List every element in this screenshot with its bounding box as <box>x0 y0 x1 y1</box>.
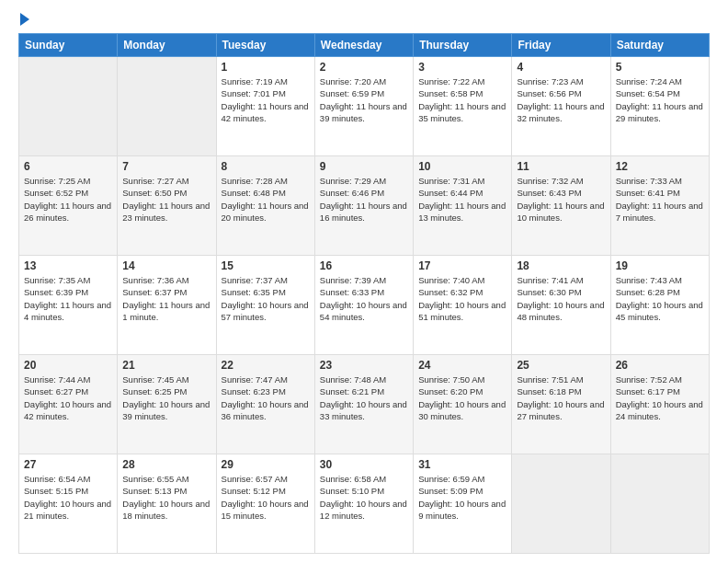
day-info: Sunrise: 7:33 AM Sunset: 6:41 PM Dayligh… <box>616 175 704 224</box>
day-number: 1 <box>222 61 310 74</box>
day-info: Sunrise: 7:31 AM Sunset: 6:44 PM Dayligh… <box>418 175 506 224</box>
day-number: 5 <box>616 61 704 74</box>
day-number: 9 <box>320 160 408 173</box>
day-info: Sunrise: 7:44 AM Sunset: 6:27 PM Dayligh… <box>24 373 112 422</box>
col-header-sunday: Sunday <box>19 34 118 57</box>
calendar-table: SundayMondayTuesdayWednesdayThursdayFrid… <box>18 33 710 554</box>
day-number: 28 <box>122 458 210 471</box>
day-info: Sunrise: 6:59 AM Sunset: 5:09 PM Dayligh… <box>418 473 506 522</box>
day-number: 13 <box>24 259 112 272</box>
calendar-cell: 8Sunrise: 7:28 AM Sunset: 6:48 PM Daylig… <box>216 156 314 256</box>
day-number: 12 <box>616 160 704 173</box>
col-header-thursday: Thursday <box>414 34 512 57</box>
day-number: 27 <box>24 458 112 471</box>
calendar-cell: 28Sunrise: 6:55 AM Sunset: 5:13 PM Dayli… <box>118 454 216 554</box>
day-number: 21 <box>122 359 210 372</box>
day-info: Sunrise: 7:45 AM Sunset: 6:25 PM Dayligh… <box>122 373 210 422</box>
week-row-2: 13Sunrise: 7:35 AM Sunset: 6:39 PM Dayli… <box>19 256 710 355</box>
calendar-cell: 10Sunrise: 7:31 AM Sunset: 6:44 PM Dayli… <box>414 156 512 256</box>
calendar-cell: 22Sunrise: 7:47 AM Sunset: 6:23 PM Dayli… <box>216 355 314 454</box>
day-number: 25 <box>517 359 605 372</box>
day-number: 19 <box>616 259 704 272</box>
week-row-3: 20Sunrise: 7:44 AM Sunset: 6:27 PM Dayli… <box>19 355 710 454</box>
calendar-cell: 13Sunrise: 7:35 AM Sunset: 6:39 PM Dayli… <box>19 256 118 355</box>
calendar-cell: 17Sunrise: 7:40 AM Sunset: 6:32 PM Dayli… <box>414 256 512 355</box>
logo-arrow-icon <box>20 13 29 26</box>
day-info: Sunrise: 6:57 AM Sunset: 5:12 PM Dayligh… <box>222 473 310 522</box>
day-info: Sunrise: 6:55 AM Sunset: 5:13 PM Dayligh… <box>122 473 210 522</box>
day-number: 26 <box>616 359 704 372</box>
calendar-cell: 26Sunrise: 7:52 AM Sunset: 6:17 PM Dayli… <box>610 355 709 454</box>
day-info: Sunrise: 7:48 AM Sunset: 6:21 PM Dayligh… <box>320 373 408 422</box>
day-info: Sunrise: 7:32 AM Sunset: 6:43 PM Dayligh… <box>517 175 605 224</box>
calendar-cell: 19Sunrise: 7:43 AM Sunset: 6:28 PM Dayli… <box>610 256 709 355</box>
day-number: 8 <box>222 160 310 173</box>
col-header-wednesday: Wednesday <box>314 34 413 57</box>
calendar-cell: 12Sunrise: 7:33 AM Sunset: 6:41 PM Dayli… <box>610 156 709 256</box>
calendar-cell <box>610 454 709 554</box>
day-number: 24 <box>418 359 506 372</box>
day-number: 6 <box>24 160 112 173</box>
day-info: Sunrise: 7:27 AM Sunset: 6:50 PM Dayligh… <box>122 175 210 224</box>
calendar-cell: 14Sunrise: 7:36 AM Sunset: 6:37 PM Dayli… <box>118 256 216 355</box>
day-number: 30 <box>320 458 408 471</box>
col-header-monday: Monday <box>118 34 216 57</box>
page: SundayMondayTuesdayWednesdayThursdayFrid… <box>0 0 728 563</box>
day-info: Sunrise: 7:43 AM Sunset: 6:28 PM Dayligh… <box>616 274 704 323</box>
calendar-cell: 2Sunrise: 7:20 AM Sunset: 6:59 PM Daylig… <box>314 57 413 156</box>
day-number: 15 <box>222 259 310 272</box>
calendar-cell <box>19 57 118 156</box>
day-info: Sunrise: 7:20 AM Sunset: 6:59 PM Dayligh… <box>320 75 408 124</box>
day-info: Sunrise: 7:29 AM Sunset: 6:46 PM Dayligh… <box>320 175 408 224</box>
day-number: 10 <box>418 160 506 173</box>
calendar-cell: 15Sunrise: 7:37 AM Sunset: 6:35 PM Dayli… <box>216 256 314 355</box>
week-row-4: 27Sunrise: 6:54 AM Sunset: 5:15 PM Dayli… <box>19 454 710 554</box>
calendar-cell: 3Sunrise: 7:22 AM Sunset: 6:58 PM Daylig… <box>414 57 512 156</box>
calendar-cell <box>512 454 610 554</box>
day-info: Sunrise: 7:24 AM Sunset: 6:54 PM Dayligh… <box>616 75 704 124</box>
calendar-cell: 27Sunrise: 6:54 AM Sunset: 5:15 PM Dayli… <box>19 454 118 554</box>
header <box>18 15 710 26</box>
day-info: Sunrise: 6:54 AM Sunset: 5:15 PM Dayligh… <box>24 473 112 522</box>
day-info: Sunrise: 7:40 AM Sunset: 6:32 PM Dayligh… <box>418 274 506 323</box>
day-number: 16 <box>320 259 408 272</box>
day-number: 3 <box>418 61 506 74</box>
day-number: 17 <box>418 259 506 272</box>
day-info: Sunrise: 7:23 AM Sunset: 6:56 PM Dayligh… <box>517 75 605 124</box>
day-info: Sunrise: 7:35 AM Sunset: 6:39 PM Dayligh… <box>24 274 112 323</box>
day-info: Sunrise: 7:22 AM Sunset: 6:58 PM Dayligh… <box>418 75 506 124</box>
calendar-cell: 11Sunrise: 7:32 AM Sunset: 6:43 PM Dayli… <box>512 156 610 256</box>
calendar-cell: 31Sunrise: 6:59 AM Sunset: 5:09 PM Dayli… <box>414 454 512 554</box>
day-number: 7 <box>122 160 210 173</box>
day-info: Sunrise: 7:47 AM Sunset: 6:23 PM Dayligh… <box>222 373 310 422</box>
day-number: 11 <box>517 160 605 173</box>
calendar-cell: 30Sunrise: 6:58 AM Sunset: 5:10 PM Dayli… <box>314 454 413 554</box>
calendar-cell: 29Sunrise: 6:57 AM Sunset: 5:12 PM Dayli… <box>216 454 314 554</box>
calendar-cell: 4Sunrise: 7:23 AM Sunset: 6:56 PM Daylig… <box>512 57 610 156</box>
week-row-1: 6Sunrise: 7:25 AM Sunset: 6:52 PM Daylig… <box>19 156 710 256</box>
calendar-cell: 25Sunrise: 7:51 AM Sunset: 6:18 PM Dayli… <box>512 355 610 454</box>
calendar-cell <box>118 57 216 156</box>
day-info: Sunrise: 7:39 AM Sunset: 6:33 PM Dayligh… <box>320 274 408 323</box>
calendar-cell: 9Sunrise: 7:29 AM Sunset: 6:46 PM Daylig… <box>314 156 413 256</box>
calendar-cell: 16Sunrise: 7:39 AM Sunset: 6:33 PM Dayli… <box>314 256 413 355</box>
day-info: Sunrise: 7:37 AM Sunset: 6:35 PM Dayligh… <box>222 274 310 323</box>
calendar-cell: 24Sunrise: 7:50 AM Sunset: 6:20 PM Dayli… <box>414 355 512 454</box>
calendar-cell: 7Sunrise: 7:27 AM Sunset: 6:50 PM Daylig… <box>118 156 216 256</box>
calendar-cell: 1Sunrise: 7:19 AM Sunset: 7:01 PM Daylig… <box>216 57 314 156</box>
day-info: Sunrise: 7:28 AM Sunset: 6:48 PM Dayligh… <box>222 175 310 224</box>
day-number: 22 <box>222 359 310 372</box>
day-number: 31 <box>418 458 506 471</box>
week-row-0: 1Sunrise: 7:19 AM Sunset: 7:01 PM Daylig… <box>19 57 710 156</box>
day-number: 18 <box>517 259 605 272</box>
col-header-tuesday: Tuesday <box>216 34 314 57</box>
calendar-cell: 20Sunrise: 7:44 AM Sunset: 6:27 PM Dayli… <box>19 355 118 454</box>
day-number: 4 <box>517 61 605 74</box>
day-number: 14 <box>122 259 210 272</box>
col-header-saturday: Saturday <box>610 34 709 57</box>
day-info: Sunrise: 7:51 AM Sunset: 6:18 PM Dayligh… <box>517 373 605 422</box>
calendar-cell: 5Sunrise: 7:24 AM Sunset: 6:54 PM Daylig… <box>610 57 709 156</box>
day-info: Sunrise: 6:58 AM Sunset: 5:10 PM Dayligh… <box>320 473 408 522</box>
day-info: Sunrise: 7:25 AM Sunset: 6:52 PM Dayligh… <box>24 175 112 224</box>
day-info: Sunrise: 7:52 AM Sunset: 6:17 PM Dayligh… <box>616 373 704 422</box>
